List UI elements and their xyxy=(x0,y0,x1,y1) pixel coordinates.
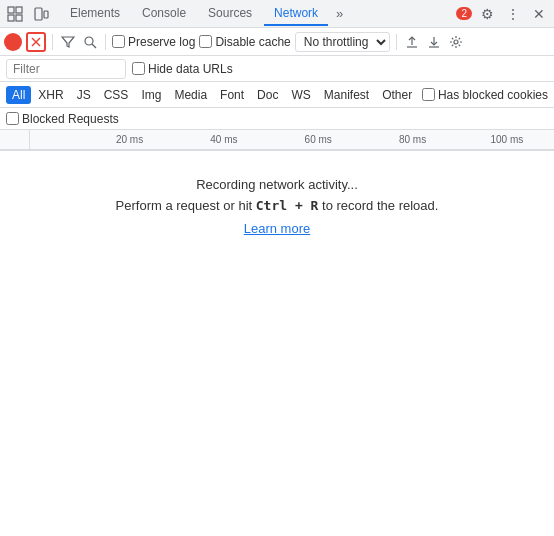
svg-rect-3 xyxy=(16,15,22,21)
preserve-log-checkbox[interactable] xyxy=(112,35,125,48)
error-badge: 2 xyxy=(456,7,472,20)
tick-80ms: 80 ms xyxy=(399,134,426,145)
instruction-text: Perform a request or hit Ctrl + R to rec… xyxy=(116,198,439,213)
filter-media[interactable]: Media xyxy=(168,86,213,104)
tick-100ms: 100 ms xyxy=(490,134,523,145)
tab-sources[interactable]: Sources xyxy=(198,2,262,26)
tick-40ms: 40 ms xyxy=(210,134,237,145)
filter-row: Hide data URLs xyxy=(0,56,554,82)
tab-network[interactable]: Network xyxy=(264,2,328,26)
tab-bar: Elements Console Sources Network » 2 ⚙ ⋮… xyxy=(0,0,554,28)
tab-bar-right: 2 ⚙ ⋮ ✕ xyxy=(454,3,550,25)
network-settings-icon[interactable] xyxy=(447,33,465,51)
learn-more-link[interactable]: Learn more xyxy=(244,221,310,236)
close-devtools-icon[interactable]: ✕ xyxy=(528,3,550,25)
tab-elements[interactable]: Elements xyxy=(60,2,130,26)
disable-cache-label[interactable]: Disable cache xyxy=(199,35,290,49)
tick-20ms: 20 ms xyxy=(116,134,143,145)
hide-data-urls-label[interactable]: Hide data URLs xyxy=(132,62,233,76)
blocked-requests-checkbox[interactable] xyxy=(6,112,19,125)
preserve-log-label[interactable]: Preserve log xyxy=(112,35,195,49)
clear-button[interactable] xyxy=(26,32,46,52)
tab-console[interactable]: Console xyxy=(132,2,196,26)
svg-line-9 xyxy=(92,44,96,48)
filter-all[interactable]: All xyxy=(6,86,31,104)
blocked-requests-label[interactable]: Blocked Requests xyxy=(6,112,119,126)
filter-js[interactable]: JS xyxy=(71,86,97,104)
filter-doc[interactable]: Doc xyxy=(251,86,284,104)
device-toggle-icon[interactable] xyxy=(30,3,52,25)
svg-rect-5 xyxy=(44,11,48,18)
record-button[interactable] xyxy=(4,33,22,51)
devtools-icons xyxy=(4,3,52,25)
svg-rect-1 xyxy=(16,7,22,13)
network-toolbar: Preserve log Disable cache No throttling… xyxy=(0,28,554,56)
more-options-icon[interactable]: ⋮ xyxy=(502,3,524,25)
has-blocked-cookies-checkbox[interactable] xyxy=(422,88,435,101)
filter-xhr[interactable]: XHR xyxy=(32,86,69,104)
filter-input[interactable] xyxy=(6,59,126,79)
type-filter-row: All XHR JS CSS Img Media Font Doc WS Man… xyxy=(0,82,554,108)
svg-rect-4 xyxy=(35,8,42,20)
inspect-icon[interactable] xyxy=(4,3,26,25)
toolbar-divider-2 xyxy=(105,34,106,50)
filter-other[interactable]: Other xyxy=(376,86,418,104)
search-icon[interactable] xyxy=(81,33,99,51)
import-har-icon[interactable] xyxy=(403,33,421,51)
toolbar-divider-1 xyxy=(52,34,53,50)
disable-cache-checkbox[interactable] xyxy=(199,35,212,48)
filter-css[interactable]: CSS xyxy=(98,86,135,104)
hide-data-urls-checkbox[interactable] xyxy=(132,62,145,75)
keyboard-shortcut: Ctrl + R xyxy=(256,198,319,213)
svg-point-8 xyxy=(85,37,93,45)
blocked-requests-row: Blocked Requests xyxy=(0,108,554,130)
timeline-header: 20 ms 40 ms 60 ms 80 ms 100 ms xyxy=(0,130,554,150)
export-har-icon[interactable] xyxy=(425,33,443,51)
filter-font[interactable]: Font xyxy=(214,86,250,104)
timeline-ticks: 20 ms 40 ms 60 ms 80 ms 100 ms xyxy=(30,130,554,149)
tick-60ms: 60 ms xyxy=(305,134,332,145)
recording-text: Recording network activity... xyxy=(196,177,358,192)
throttle-select[interactable]: No throttling Slow 3G Fast 3G Offline xyxy=(295,32,390,52)
svg-rect-0 xyxy=(8,7,14,13)
filter-manifest[interactable]: Manifest xyxy=(318,86,375,104)
svg-point-14 xyxy=(454,40,458,44)
settings-icon[interactable]: ⚙ xyxy=(476,3,498,25)
filter-img[interactable]: Img xyxy=(135,86,167,104)
filter-ws[interactable]: WS xyxy=(285,86,316,104)
toolbar-divider-3 xyxy=(396,34,397,50)
empty-state: Recording network activity... Perform a … xyxy=(0,151,554,261)
filter-icon[interactable] xyxy=(59,33,77,51)
more-tabs-button[interactable]: » xyxy=(330,4,349,23)
has-blocked-cookies-label[interactable]: Has blocked cookies xyxy=(422,88,548,102)
svg-rect-2 xyxy=(8,15,14,21)
timeline-spacer xyxy=(0,130,30,149)
